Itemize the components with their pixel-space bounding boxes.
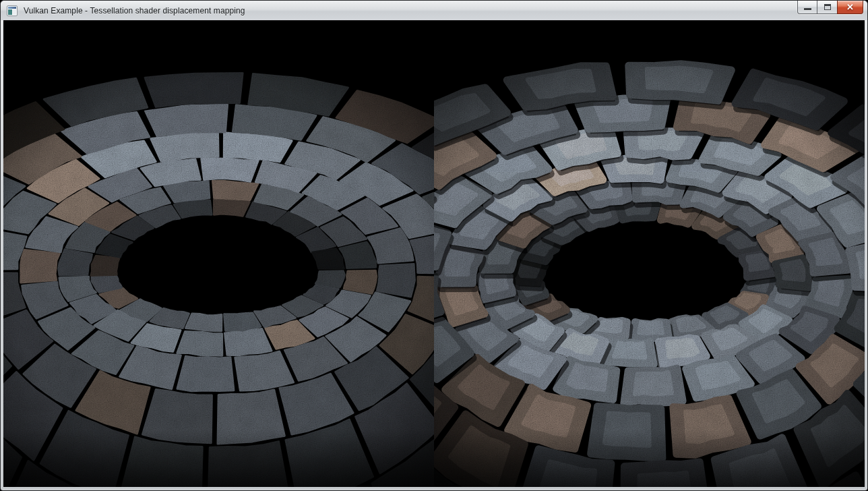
viewport-torus-displacement[interactable]	[434, 20, 865, 487]
titlebar[interactable]: Vulkan Example - Tessellation shader dis…	[1, 1, 867, 20]
torus-render	[434, 20, 865, 487]
maximize-button[interactable]	[817, 1, 837, 14]
close-icon: ✕	[846, 3, 854, 11]
minimize-icon	[804, 8, 811, 10]
app-icon-titlebar	[8, 7, 16, 9]
minimize-button[interactable]	[797, 1, 817, 14]
maximize-icon	[824, 4, 831, 10]
render-area[interactable]	[3, 20, 865, 487]
window-controls: ✕	[797, 1, 863, 14]
torus-render	[3, 20, 434, 487]
app-icon-pane-teal	[8, 9, 12, 15]
app-icon-pane-light	[13, 9, 16, 15]
app-window: Vulkan Example - Tessellation shader dis…	[0, 0, 868, 491]
viewport-torus-no-displacement[interactable]	[3, 20, 434, 487]
window-title: Vulkan Example - Tessellation shader dis…	[22, 6, 245, 16]
app-icon[interactable]	[7, 5, 18, 16]
close-button[interactable]: ✕	[837, 1, 863, 14]
